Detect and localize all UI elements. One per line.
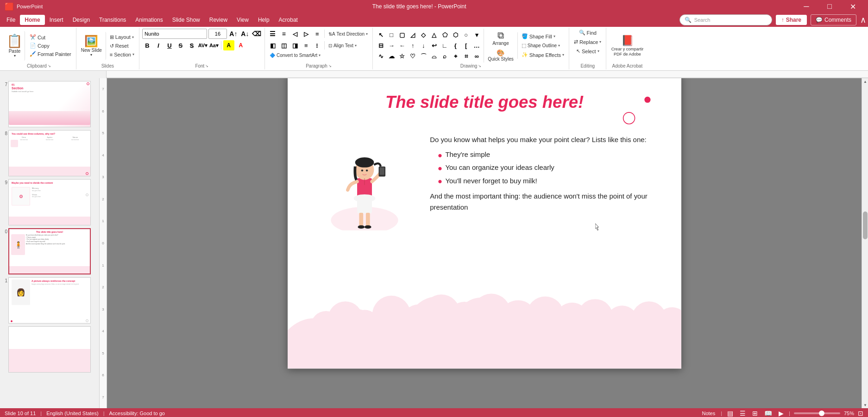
slide-thumb-9[interactable]: Maybe you need to divide the content ⚙ M… [8, 179, 91, 225]
decrease-font-button[interactable]: A↓ [240, 29, 250, 39]
view-sorter-button[interactable]: ⊞ [751, 410, 759, 417]
comment-button[interactable]: 💬 Comments [811, 14, 856, 25]
font-color-button[interactable]: A [235, 40, 246, 50]
shape-star[interactable]: ☆ [397, 51, 407, 62]
new-slide-arrow[interactable]: ▾ [90, 53, 92, 57]
align-center-button[interactable]: ◫ [279, 40, 289, 50]
menu-item-home[interactable]: Home [20, 15, 44, 25]
font-name-input[interactable]: Nunito [142, 29, 207, 39]
paragraph-label[interactable]: Paragraph ↘ [268, 62, 370, 68]
scroll-down-button[interactable]: ▼ [862, 402, 868, 408]
shape-pentagon[interactable]: ⬠ [440, 30, 450, 40]
minimize-button[interactable]: ─ [796, 0, 817, 13]
align-left-button[interactable]: ◧ [268, 40, 278, 50]
menu-item-acrobat[interactable]: Acrobat [274, 15, 302, 25]
view-reading-button[interactable]: 📖 [763, 410, 774, 417]
cut-button[interactable]: ✂️ Cut [28, 33, 73, 41]
strikethrough-button[interactable]: S [176, 40, 186, 50]
shape-heart[interactable]: ♡ [408, 51, 418, 62]
shape-diamond[interactable]: ◇ [418, 30, 428, 40]
shape-fill-button[interactable]: 🪣 Shape Fill ▾ [520, 32, 566, 40]
menu-item-insert[interactable]: Insert [45, 15, 68, 25]
scroll-up-button[interactable]: ▲ [862, 78, 868, 85]
decrease-indent-button[interactable]: ◁ [290, 29, 300, 39]
shape-cloud[interactable]: ☁ [386, 51, 396, 62]
bold-button[interactable]: B [142, 40, 152, 50]
shape-hexagon[interactable]: ⬡ [450, 30, 460, 40]
drawing-expand-icon[interactable]: ↘ [478, 64, 481, 68]
clipboard-expand-icon[interactable]: ↘ [48, 64, 51, 68]
slide-title[interactable]: The slide title goes here! [288, 78, 681, 119]
slide-panel[interactable]: 7 01 Section Subtitle text would go here [0, 78, 100, 408]
shape-custom6[interactable]: ∞ [472, 51, 482, 62]
shape-snip-rect[interactable]: ◿ [408, 30, 418, 40]
shape-freeform[interactable]: ∿ [376, 51, 386, 62]
arrange-button[interactable]: ⧉ Arrange [486, 29, 516, 47]
find-button[interactable]: 🔍 Find [577, 29, 598, 37]
justify-button[interactable]: ≡ [301, 40, 311, 50]
zoom-thumb[interactable] [819, 411, 824, 416]
zoom-slider[interactable] [794, 412, 840, 414]
close-button[interactable]: ✕ [842, 0, 863, 13]
slide-text-content[interactable]: Do you know what helps you make your poi… [430, 123, 658, 213]
vertical-scrollbar[interactable]: ▲ ▼ [862, 78, 868, 408]
shape-outline-button[interactable]: ⬚ Shape Outline ▾ [520, 42, 566, 50]
layout-button[interactable]: ⊞ Layout ▾ [108, 33, 136, 41]
shape-oval[interactable]: ○ [461, 30, 471, 40]
menu-item-slide show[interactable]: Slide Show [168, 15, 205, 25]
line-spacing-button[interactable]: ≡ [312, 29, 322, 39]
menu-item-file[interactable]: File [2, 15, 20, 25]
copy-button[interactable]: 📄 Copy [28, 42, 73, 50]
drawing-label[interactable]: Drawing ↘ [376, 62, 566, 68]
menu-item-transitions[interactable]: Transitions [94, 15, 131, 25]
paste-dropdown-arrow[interactable]: ▾ [14, 54, 16, 58]
italic-button[interactable]: I [153, 40, 164, 50]
search-bar[interactable]: 🔍 Search [679, 14, 772, 25]
menu-item-help[interactable]: Help [253, 15, 274, 25]
view-normal-button[interactable]: ▤ [726, 410, 735, 417]
slide-thumb-8[interactable]: You could use three columns, why not? He… [8, 130, 91, 176]
format-painter-button[interactable]: 🖌️ Format Painter [28, 50, 73, 58]
menu-item-animations[interactable]: Animations [131, 15, 167, 25]
replace-button[interactable]: ⇄ Replace ▾ [572, 38, 603, 46]
shape-custom3[interactable]: ⌕ [440, 51, 450, 62]
minimize-ribbon-button[interactable]: ∧ [860, 15, 866, 25]
slide-thumb-10[interactable]: The slide title goes here! 🧍 Do you know… [8, 228, 91, 274]
fit-slide-button[interactable]: ⊡ [858, 410, 863, 417]
shape-arrow-up[interactable]: ↑ [408, 41, 418, 51]
editing-area[interactable]: The slide title goes here! [107, 78, 862, 408]
shape-select-tool[interactable]: ↖ [376, 30, 386, 40]
shape-rect[interactable]: □ [386, 30, 396, 40]
shape-arrow-down[interactable]: ↓ [418, 41, 428, 51]
shape-custom2[interactable]: ⌓ [429, 51, 439, 62]
view-outline-button[interactable]: ☰ [738, 410, 747, 417]
clear-format-button[interactable]: ⌫ [252, 29, 262, 39]
paragraph-expand-icon[interactable]: ↘ [328, 64, 332, 68]
slide-thumb-last[interactable] [8, 326, 91, 373]
shape-bracket[interactable]: [ [461, 41, 471, 51]
increase-indent-button[interactable]: ▷ [301, 29, 311, 39]
shape-effects-button[interactable]: ✨ Shape Effects ▾ [520, 51, 566, 59]
notes-button[interactable]: Notes [700, 411, 717, 416]
shape-more[interactable]: … [472, 41, 482, 51]
slide-thumb-7[interactable]: 01 Section Subtitle text would go here [8, 81, 91, 127]
align-right-button[interactable]: ◨ [290, 40, 300, 50]
shape-triangle[interactable]: △ [429, 30, 439, 40]
shape-custom1[interactable]: ⌒ [418, 51, 428, 62]
shape-gallery-expand[interactable]: ▾ [472, 30, 482, 40]
slides-label[interactable]: Slides [79, 62, 136, 68]
share-button[interactable]: ↑ Share [776, 15, 807, 25]
increase-font-button[interactable]: A↑ [228, 29, 239, 39]
bullet-list-button[interactable]: ☰ [268, 29, 278, 39]
shape-custom4[interactable]: ⌖ [450, 51, 460, 62]
paste-button[interactable]: 📋 Paste ▾ [5, 31, 25, 61]
maximize-button[interactable]: □ [819, 0, 840, 13]
menu-item-design[interactable]: Design [68, 15, 94, 25]
menu-item-view[interactable]: View [232, 15, 253, 25]
shape-curved-arrow[interactable]: ↩ [429, 41, 439, 51]
underline-button[interactable]: U [164, 40, 175, 50]
quick-styles-button[interactable]: 🎨 Quick Styles [486, 48, 516, 62]
shadow-button[interactable]: S [187, 40, 197, 50]
numbered-list-button[interactable]: ≡ [279, 29, 289, 39]
shape-brace[interactable]: { [450, 41, 460, 51]
